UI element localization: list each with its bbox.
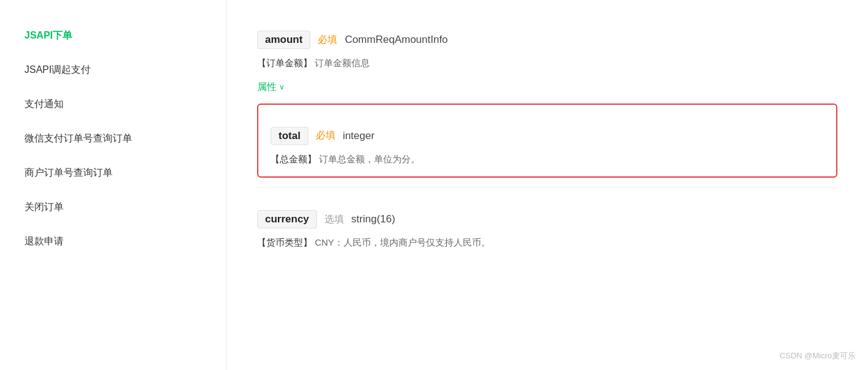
currency-optional-badge: 选填 (324, 213, 344, 226)
amount-field-type: CommReqAmountInfo (345, 34, 447, 46)
sidebar-item-query-order-merchant[interactable]: 商户订单号查询订单 (0, 156, 226, 190)
properties-header[interactable]: 属性 ∨ (257, 81, 837, 94)
currency-description-label: 【货币类型】 (257, 237, 312, 247)
sidebar-item-jsapi-order[interactable]: JSAPI下单 (0, 18, 226, 53)
total-description-text: 订单总金额，单位为分。 (319, 154, 420, 164)
sidebar-item-pay-notify[interactable]: 支付通知 (0, 87, 226, 121)
amount-field-name: amount (257, 31, 310, 49)
sidebar-item-query-order-wx[interactable]: 微信支付订单号查询订单 (0, 121, 226, 156)
total-field-card: total 必填 integer 【总金额】 订单总金额，单位为分。 (257, 104, 837, 178)
total-description-label: 【总金额】 (271, 154, 316, 164)
total-field-row: total 必填 integer (271, 127, 824, 145)
total-field-name: total (271, 127, 309, 145)
currency-description: 【货币类型】 CNY：人民币，境内商户号仅支持人民币。 (257, 235, 837, 251)
chevron-down-icon: ∨ (279, 83, 285, 91)
amount-description: 【订单金额】 订单金额信息 (257, 55, 837, 71)
currency-field-row: currency 选填 string(16) (257, 210, 837, 228)
sidebar-item-jsapi-pay[interactable]: JSAPI调起支付 (0, 53, 226, 87)
currency-field-type: string(16) (351, 213, 395, 225)
amount-field-row: amount 必填 CommReqAmountInfo (257, 31, 837, 49)
sidebar-item-close-order[interactable]: 关闭订单 (0, 190, 226, 224)
sidebar-item-refund[interactable]: 退款申请 (0, 224, 226, 259)
properties-label: 属性 (257, 81, 277, 94)
sidebar: JSAPI下单 JSAPI调起支付 支付通知 微信支付订单号查询订单 商户订单号… (0, 0, 226, 370)
currency-description-text: CNY：人民币，境内商户号仅支持人民币。 (315, 237, 490, 247)
total-required-badge: 必填 (316, 129, 335, 142)
currency-field-section: currency 选填 string(16) 【货币类型】 CNY：人民币，境内… (257, 187, 837, 251)
total-description: 【总金额】 订单总金额，单位为分。 (271, 151, 824, 167)
total-field-type: integer (343, 130, 375, 142)
main-content: amount 必填 CommReqAmountInfo 【订单金额】 订单金额信… (226, 0, 868, 370)
watermark: CSDN @Micro麦可乐 (780, 350, 856, 361)
currency-field-name: currency (257, 210, 317, 228)
amount-description-label: 【订单金额】 (257, 58, 312, 68)
amount-required-badge: 必填 (318, 34, 337, 47)
amount-description-text: 订单金额信息 (315, 58, 370, 68)
